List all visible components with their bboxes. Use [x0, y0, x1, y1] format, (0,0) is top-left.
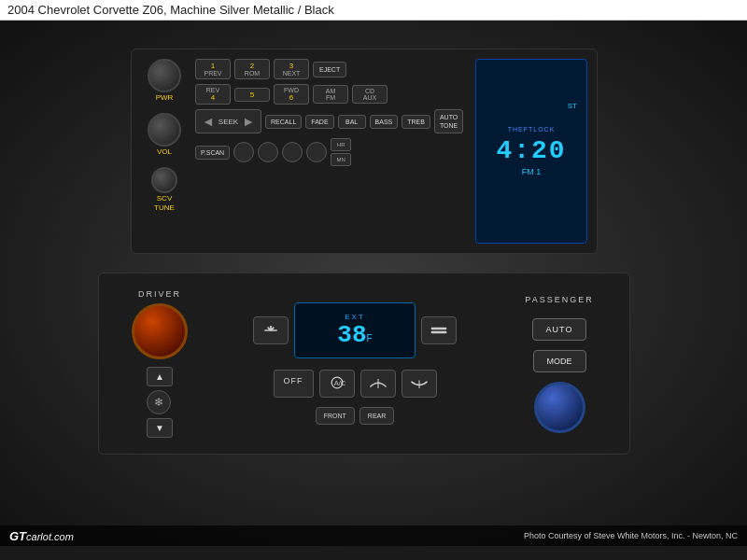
btn-front[interactable]: FRONT: [316, 407, 355, 425]
svg-rect-0: [431, 328, 447, 330]
vol-knob[interactable]: [148, 113, 181, 147]
photo-credit: Photo Courtesy of Steve White Motors, In…: [524, 531, 738, 540]
btn-1-prev[interactable]: 1 PREV: [195, 59, 231, 79]
radio-display: THEFTLOCK 4:20 FM 1 ST: [475, 59, 587, 244]
btn-cd-aux[interactable]: CD AUX: [352, 85, 388, 104]
svg-text:A/C: A/C: [333, 379, 345, 387]
btn-mn[interactable]: MN: [331, 153, 351, 166]
btn-off[interactable]: OFF: [274, 370, 314, 398]
btn-2-rom[interactable]: 2 ROM: [234, 59, 270, 79]
footer-logo-area: GTcarlot.com: [9, 529, 74, 543]
radio-row1: 1 PREV 2 ROM 3 NEXT EJECT: [195, 59, 468, 79]
driver-temp-knob[interactable]: [132, 303, 188, 359]
page-header: 2004 Chevrolet Corvette Z06, Machine Sil…: [0, 0, 747, 21]
st-label: ST: [568, 102, 577, 110]
radio-row2: REV 4 5 FWD 6 AM FM CD AUX: [195, 84, 468, 105]
btn-auto-tone[interactable]: AUTOTONE: [434, 109, 463, 133]
vol-label: VOL: [157, 147, 172, 156]
fan-up-btn[interactable]: ▲: [147, 367, 173, 386]
btn-fade[interactable]: FADE: [305, 115, 333, 129]
round-btn-3[interactable]: [282, 142, 303, 162]
btn-pscan[interactable]: P.SCAN: [195, 146, 230, 160]
driver-fan-controls: ▲ ❄ ▼: [147, 367, 173, 438]
scv-label: SCV: [157, 194, 172, 203]
hr-mn-controls: HR MN: [331, 138, 351, 166]
hvac-center-section: EXT 38 F OFF A/C: [216, 302, 494, 425]
temp-value: 38: [337, 321, 366, 349]
vent-defrost-btn[interactable]: [360, 370, 396, 398]
hvac-passenger-section: PASSENGER AUTO MODE: [503, 295, 615, 433]
hvac-bottom-controls: OFF A/C: [274, 370, 437, 398]
carlot-text: carlot.com: [26, 531, 74, 542]
tune-label: TUNE: [154, 203, 175, 212]
fan-down-btn[interactable]: ▼: [147, 418, 173, 438]
btn-rev-4[interactable]: REV 4: [195, 84, 231, 105]
radio-buttons: 1 PREV 2 ROM 3 NEXT EJECT REV 4: [195, 59, 468, 244]
hvac-top-row: EXT 38 F: [253, 302, 457, 358]
hvac-unit: DRIVER ▲ ❄ ▼ EXT 38 F: [98, 273, 630, 455]
passenger-temp-knob[interactable]: [534, 382, 585, 433]
pwr-knob[interactable]: [148, 59, 181, 92]
btn-mode[interactable]: MODE: [533, 350, 586, 372]
vent-top-btn[interactable]: [253, 316, 289, 344]
btn-auto[interactable]: AUTO: [532, 318, 587, 341]
hvac-display: EXT 38 F: [294, 302, 416, 358]
temp-display: 38 F: [337, 321, 372, 349]
btn-5[interactable]: 5: [234, 88, 270, 102]
round-btn-2[interactable]: [258, 142, 278, 162]
round-btn-4[interactable]: [306, 142, 327, 162]
gt-text: GT: [9, 529, 26, 543]
btn-eject[interactable]: EJECT: [313, 62, 346, 77]
theftlock-label: THEFTLOCK: [508, 126, 556, 133]
fm-label: FM 1: [522, 167, 542, 176]
btn-recall[interactable]: RECALL: [265, 115, 302, 129]
btn-hr[interactable]: HR: [331, 138, 351, 151]
btn-bal[interactable]: BAL: [338, 115, 366, 129]
btn-ac[interactable]: A/C: [319, 370, 355, 398]
time-display: 4:20: [496, 136, 566, 165]
seek-label: SEEK: [218, 118, 238, 126]
seek-control: ◄ SEEK ►: [195, 109, 261, 133]
btn-treb[interactable]: TREB: [402, 115, 430, 129]
vent-dash-btn[interactable]: [421, 316, 457, 344]
passenger-label: PASSENGER: [525, 295, 593, 304]
driver-label: DRIVER: [138, 289, 181, 299]
tune-knob[interactable]: [151, 167, 177, 193]
fan-icon-btn[interactable]: ❄: [147, 390, 171, 414]
btn-rear[interactable]: REAR: [359, 407, 394, 425]
hvac-front-rear-row: FRONT REAR: [316, 407, 395, 425]
round-btn-1[interactable]: [233, 142, 254, 162]
pwr-label: PWR: [156, 93, 174, 102]
page-title: 2004 Chevrolet Corvette Z06, Machine Sil…: [7, 3, 334, 17]
footer: GTcarlot.com Photo Courtesy of Steve Whi…: [0, 525, 747, 546]
photo-area: PWR VOL SCV TUNE 1 PREV 2: [0, 21, 747, 546]
ext-label: EXT: [345, 313, 365, 321]
btn-3-next[interactable]: 3 NEXT: [274, 59, 309, 79]
seek-left-icon[interactable]: ◄: [200, 112, 217, 131]
seek-right-icon[interactable]: ►: [240, 112, 257, 131]
hvac-driver-section: DRIVER ▲ ❄ ▼: [113, 289, 206, 438]
btn-bass[interactable]: BASS: [370, 115, 399, 129]
radio-row4: P.SCAN HR MN: [195, 138, 468, 166]
btn-fwd-6[interactable]: FWD 6: [274, 84, 309, 105]
radio-unit: PWR VOL SCV TUNE 1 PREV 2: [131, 49, 598, 254]
temp-unit: F: [367, 333, 373, 343]
vent-floor-btn[interactable]: [402, 370, 437, 398]
radio-knobs: PWR VOL SCV TUNE: [141, 59, 188, 244]
gt-logo: GTcarlot.com: [9, 529, 74, 543]
radio-row3: ◄ SEEK ► RECALL FADE BAL BASS TREB AUTOT…: [195, 109, 468, 133]
btn-am-fm[interactable]: AM FM: [313, 85, 348, 104]
svg-rect-1: [431, 331, 447, 334]
